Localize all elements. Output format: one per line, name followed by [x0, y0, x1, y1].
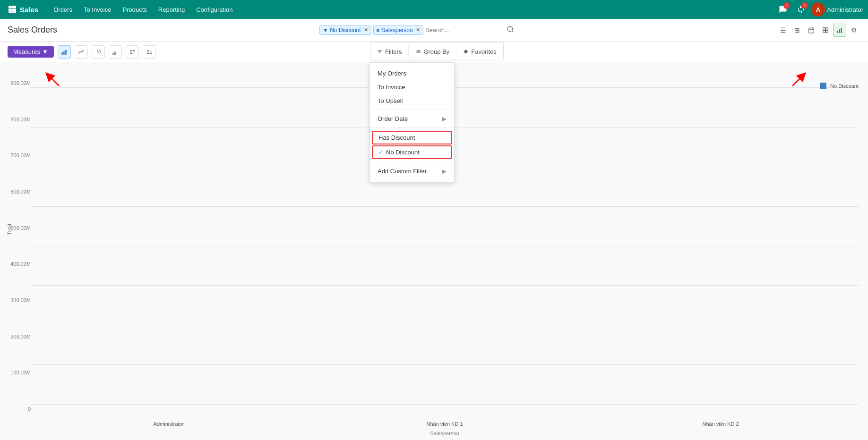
filter-tag-close[interactable]: ✕: [364, 27, 368, 33]
svg-rect-3: [9, 8, 11, 11]
filter-tag-salesperson-close[interactable]: ✕: [416, 27, 420, 33]
svg-rect-25: [112, 52, 113, 53]
sort-asc-btn[interactable]: [126, 45, 139, 59]
pivot-view-btn[interactable]: [819, 24, 832, 37]
group-icon: ≡: [377, 27, 379, 33]
svg-rect-28: [114, 52, 115, 55]
custom-filter-arrow: ▶: [442, 168, 447, 175]
svg-rect-18: [826, 30, 828, 33]
stacked-btn[interactable]: [109, 45, 122, 59]
view-controls: ☰ ⊞ ⚙: [776, 24, 860, 37]
favorites-tab[interactable]: Favorites: [456, 45, 503, 58]
dropdown-has-discount[interactable]: Has Discount: [372, 131, 452, 144]
dropdown-section-1: My Orders To Invoice To Upsell: [370, 65, 454, 110]
controlbar: Sales Orders ▼ No Discount ✕ ≡ Salespers…: [0, 19, 868, 42]
svg-line-10: [512, 31, 513, 32]
legend-label: No Discount: [830, 83, 859, 89]
topnav: Sales Orders To Invoice Products Reporti…: [0, 0, 868, 19]
page-title: Sales Orders: [8, 25, 57, 35]
app-name: Sales: [20, 6, 38, 14]
graph-view-btn[interactable]: [833, 24, 846, 37]
svg-rect-2: [14, 6, 16, 8]
group-by-tab-label: Group By: [423, 48, 449, 55]
x-axis-sublabel: Salesperson: [31, 431, 859, 436]
svg-rect-5: [14, 8, 16, 11]
svg-rect-21: [841, 28, 842, 33]
search-btn[interactable]: [507, 25, 514, 34]
svg-rect-20: [839, 29, 840, 33]
filter-dropdown: My Orders To Invoice To Upsell Order Dat…: [370, 62, 455, 182]
nav-to-invoice[interactable]: To Invoice: [78, 0, 117, 19]
svg-rect-11: [809, 28, 814, 33]
dropdown-to-invoice[interactable]: To Invoice: [370, 80, 454, 94]
dropdown-add-custom-filter[interactable]: Add Custom Filter ▶: [370, 164, 454, 178]
arrow-indicator-right: [788, 72, 807, 93]
updates-btn[interactable]: 1: [793, 1, 809, 17]
x-axis: Administrator Nhân viên KD 1 Nhân viên K…: [31, 421, 859, 427]
kanban-view-btn[interactable]: ⊞: [791, 24, 804, 37]
measures-button[interactable]: Measures ▼: [8, 46, 54, 58]
dropdown-section-4: Add Custom Filter ▶: [370, 162, 454, 180]
updates-badge: 1: [801, 2, 808, 9]
svg-rect-4: [11, 8, 14, 11]
list-view-btn[interactable]: ☰: [776, 24, 790, 37]
dropdown-my-orders[interactable]: My Orders: [370, 67, 454, 80]
filter-tag-salesperson-label: Salesperson: [381, 27, 413, 34]
filter-tag-salesperson[interactable]: ≡ Salesperson ✕: [373, 25, 423, 35]
y-label-0: 900.00M: [10, 80, 31, 86]
svg-rect-23: [63, 51, 64, 55]
measures-label: Measures: [13, 48, 40, 55]
svg-rect-7: [11, 11, 14, 13]
order-date-arrow: ▶: [442, 115, 447, 122]
messages-badge: 1: [783, 2, 790, 9]
content-area: Sales Orders ▼ No Discount ✕ ≡ Salespers…: [0, 19, 868, 440]
messages-btn[interactable]: 1: [775, 1, 791, 17]
svg-rect-15: [823, 27, 825, 30]
avatar[interactable]: A: [811, 2, 825, 17]
settings-view-btn[interactable]: ⚙: [847, 24, 860, 37]
dropdown-no-discount[interactable]: ✓ No Discount: [372, 145, 452, 159]
x-label-kd1: Nhân viên KD 1: [307, 421, 583, 427]
sort-desc-btn[interactable]: [143, 45, 156, 59]
y-axis-title: Total: [7, 224, 12, 235]
nav-products[interactable]: Products: [117, 0, 152, 19]
svg-line-38: [792, 76, 803, 86]
svg-rect-17: [823, 30, 825, 33]
filter-tag-no-discount[interactable]: ▼ No Discount ✕: [319, 25, 371, 35]
grid-icon[interactable]: [5, 2, 20, 17]
line-chart-btn[interactable]: [75, 45, 88, 59]
pie-chart-btn[interactable]: [92, 45, 105, 59]
bar-chart-btn[interactable]: [58, 45, 71, 59]
group-by-tab[interactable]: Group By: [409, 45, 456, 58]
x-label-kd2: Nhân viên KD 2: [583, 421, 859, 427]
svg-rect-22: [61, 52, 62, 55]
svg-rect-6: [9, 11, 11, 13]
svg-point-9: [507, 26, 513, 32]
arrow-indicator-left: [45, 72, 64, 93]
y-label-7: 200.00M: [10, 334, 31, 339]
measures-caret: ▼: [42, 48, 48, 55]
y-label-5: 400.00M: [10, 261, 31, 267]
calendar-view-btn[interactable]: [805, 24, 818, 37]
y-label-6: 300.00M: [10, 297, 31, 303]
nav-configuration[interactable]: Configuration: [190, 0, 238, 19]
filters-tab-label: Filters: [385, 48, 402, 55]
dropdown-section-2: Order Date ▶: [370, 110, 454, 128]
y-label-4: 500.00M: [10, 225, 31, 231]
svg-rect-8: [14, 11, 16, 13]
search-input[interactable]: [425, 26, 505, 34]
nav-reporting[interactable]: Reporting: [153, 0, 190, 19]
svg-rect-19: [837, 31, 838, 33]
filter-tag-label: No Discount: [330, 27, 361, 34]
dropdown-to-upsell[interactable]: To Upsell: [370, 94, 454, 108]
dropdown-order-date[interactable]: Order Date ▶: [370, 112, 454, 126]
filters-tab[interactable]: Filters: [370, 45, 409, 58]
username[interactable]: Administrator: [827, 6, 863, 13]
svg-line-37: [49, 76, 59, 86]
x-label-admin: Administrator: [31, 421, 307, 427]
y-axis: 900.00M 800.00M 700.00M 600.00M 500.00M …: [5, 80, 31, 412]
svg-rect-27: [114, 51, 115, 52]
svg-rect-1: [11, 6, 14, 8]
nav-orders[interactable]: Orders: [48, 0, 78, 19]
topnav-right: 1 1 A Administrator: [775, 1, 863, 17]
